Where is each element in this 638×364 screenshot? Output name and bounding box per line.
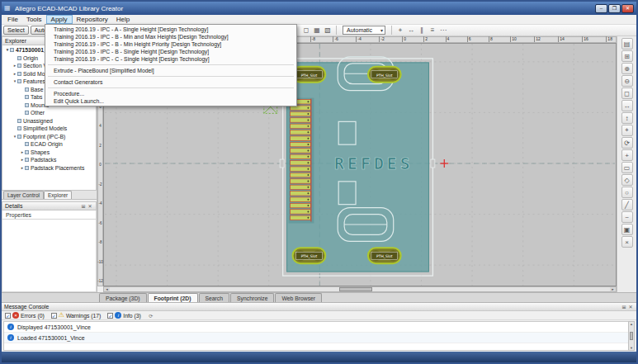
grid-toggle-icon[interactable]: ▦ xyxy=(312,26,322,35)
pth-slot-pad[interactable]: PTH_Slot xyxy=(293,248,326,263)
filter-errors[interactable]: ✓ × Errors (0) xyxy=(5,312,45,319)
refresh-icon[interactable]: ⟳ xyxy=(621,137,633,149)
zoom-in-icon[interactable]: ⊕ xyxy=(621,63,633,74)
tree-item[interactable]: ▸ Padstack Placements xyxy=(2,164,96,173)
tree-item[interactable]: Other xyxy=(2,109,96,117)
view-tab[interactable]: Synchronize xyxy=(230,293,274,302)
explorer-title: Explorer xyxy=(5,38,26,44)
float-icon[interactable]: ⊞ xyxy=(80,203,87,209)
menu-item[interactable]: Help xyxy=(112,15,134,24)
menu-item[interactable]: Repository xyxy=(73,15,112,24)
apply-menu-item[interactable] xyxy=(48,76,294,77)
sidebar-tab[interactable]: Layer Control xyxy=(3,191,44,199)
apply-menu-item[interactable] xyxy=(48,64,294,65)
fill-tool-icon[interactable]: ▣ xyxy=(621,224,633,235)
zoom-out-icon[interactable]: ⊖ xyxy=(621,75,633,87)
pan-horizontal-icon[interactable]: ↔ xyxy=(621,100,633,111)
delete-tool-icon[interactable]: × xyxy=(621,236,633,248)
pth-slot-pad[interactable]: PTH_Slot xyxy=(368,248,401,263)
refresh-icon[interactable]: ⟳ xyxy=(148,313,154,319)
scroll-down-icon[interactable]: ▼ xyxy=(629,346,634,350)
tree-item[interactable]: ▾ Footprint (IPC-B) xyxy=(2,133,96,141)
line-tool-icon[interactable]: ╱ xyxy=(621,199,633,210)
tree-item[interactable]: ECAD Origin xyxy=(2,140,96,149)
pth-slot-pad[interactable]: PTH_Slot xyxy=(293,67,326,83)
apply-menu-item[interactable]: Extrude - PlaceBound [Simplified Model] xyxy=(46,67,295,74)
apply-menu-item[interactable]: Training 2016.19 - IPC - C - Single Heig… xyxy=(46,55,295,63)
curve-tool-icon[interactable]: ~ xyxy=(621,211,633,223)
mode-select[interactable]: Automatic ▾ xyxy=(343,26,385,35)
menu-item[interactable]: File xyxy=(3,15,22,24)
section-icon[interactable]: ∥ xyxy=(417,26,427,35)
close-icon[interactable]: ✕ xyxy=(87,203,93,209)
tree-item[interactable]: ▸ Shapes xyxy=(2,149,96,157)
title-bar[interactable]: ▦ Allegro ECAD-MCAD Library Creator – ❐ … xyxy=(2,2,636,15)
apply-menu-item[interactable]: Procedure... xyxy=(46,90,295,97)
layers-icon[interactable]: ≡ xyxy=(428,26,437,35)
apply-menu-item[interactable]: Training 2016.19 - IPC - B - Min Height … xyxy=(46,40,295,48)
scrollbar-thumb[interactable] xyxy=(630,332,633,340)
node-icon xyxy=(25,158,29,162)
apply-menu-item[interactable]: Training 2016.19 - IPC - B - Min and Max… xyxy=(46,33,295,40)
float-icon[interactable]: ⊞ xyxy=(621,50,633,62)
diamond-tool-icon[interactable]: ◇ xyxy=(621,174,633,186)
add-icon[interactable]: + xyxy=(621,149,633,161)
display-filter-icon[interactable]: ▧ xyxy=(323,26,333,35)
console-scrollbar[interactable]: ▲ ▼ xyxy=(628,321,635,351)
target-icon[interactable]: ⌖ xyxy=(621,125,633,136)
refdes-text[interactable]: REFDES xyxy=(334,154,414,173)
node-icon xyxy=(17,64,21,68)
sidebar-tab[interactable]: Explorer xyxy=(44,191,72,199)
tree-item[interactable]: Simplified Models xyxy=(2,125,96,133)
menu-item[interactable]: Apply xyxy=(46,15,73,24)
errors-checkbox[interactable]: ✓ xyxy=(5,313,11,319)
pth-slot-pad[interactable]: PTH_Slot xyxy=(368,67,401,83)
more-tools-icon[interactable]: ⋯ xyxy=(438,26,448,35)
tree-item-label: Features xyxy=(23,78,45,86)
scroll-right-icon[interactable]: ► xyxy=(610,287,616,291)
info-label: Info (3) xyxy=(123,313,141,319)
node-icon xyxy=(10,48,14,52)
filter-warnings[interactable]: ✓ ⚠ Warnings (17) xyxy=(51,312,102,319)
select-button[interactable]: Select xyxy=(3,26,29,35)
menu-item[interactable]: Tools xyxy=(22,15,46,24)
apply-menu-item[interactable]: Edit Quick Launch... xyxy=(46,97,295,105)
ruler-label: 2 xyxy=(99,144,102,148)
message-text: Displayed 471530001_Vince xyxy=(17,324,91,330)
maximize-button[interactable]: ❐ xyxy=(608,4,621,13)
scroll-up-icon[interactable]: ▲ xyxy=(629,322,634,326)
view-tab[interactable]: Package (3D) xyxy=(99,293,147,302)
panel-icon[interactable]: ▤ xyxy=(621,38,633,50)
page-icon[interactable]: ◻ xyxy=(301,26,311,35)
filter-info[interactable]: ✓ i Info (3) xyxy=(107,312,141,319)
pan-vertical-icon[interactable]: ↕ xyxy=(621,112,633,124)
measure-icon[interactable]: ↔ xyxy=(406,26,416,35)
console-message[interactable]: i Loaded 471530001_Vince xyxy=(4,333,628,343)
circle-tool-icon[interactable]: ○ xyxy=(621,187,633,198)
console-filters: ✓ × Errors (0) ✓ ⚠ Warnings (17) ✓ i Inf… xyxy=(2,311,636,320)
tree-item[interactable]: Unassigned xyxy=(2,117,96,125)
console-message[interactable]: i Displayed 471530001_Vince xyxy=(4,322,628,333)
zoom-fit-icon[interactable]: ◻ xyxy=(621,87,633,99)
tree-item[interactable]: ▸ Padstacks xyxy=(2,156,96,164)
minimize-button[interactable]: – xyxy=(595,4,607,13)
scrollbar-thumb[interactable] xyxy=(339,287,372,291)
apply-menu-item[interactable] xyxy=(48,87,294,88)
console-header[interactable]: Message Console ⊞ ✕ xyxy=(2,303,636,311)
warnings-checkbox[interactable]: ✓ xyxy=(51,313,57,319)
view-tab[interactable]: Search xyxy=(199,293,230,302)
float-icon[interactable]: ⊞ xyxy=(621,304,627,310)
origin-icon[interactable]: ⌖ xyxy=(395,26,405,35)
scroll-left-icon[interactable]: ◄ xyxy=(104,287,110,291)
apply-menu-item[interactable]: Training 2016.19 - IPC - A - Single Heig… xyxy=(46,26,295,33)
view-tab[interactable]: Footprint (2D) xyxy=(148,293,198,302)
apply-menu-item[interactable]: Contact Generators xyxy=(46,78,295,86)
info-checkbox[interactable]: ✓ xyxy=(107,313,113,319)
close-button[interactable]: ✕ xyxy=(621,4,634,13)
apply-menu-item[interactable]: Training 2016.19 - IPC - B - Single Heig… xyxy=(46,48,295,55)
horizontal-scrollbar[interactable]: ◄ ► xyxy=(103,286,617,292)
view-tab[interactable]: Web Browser xyxy=(275,293,322,302)
close-icon[interactable]: ✕ xyxy=(627,304,634,310)
tree-item-label: Tabs xyxy=(31,93,42,102)
rect-tool-icon[interactable]: ▭ xyxy=(621,162,633,173)
